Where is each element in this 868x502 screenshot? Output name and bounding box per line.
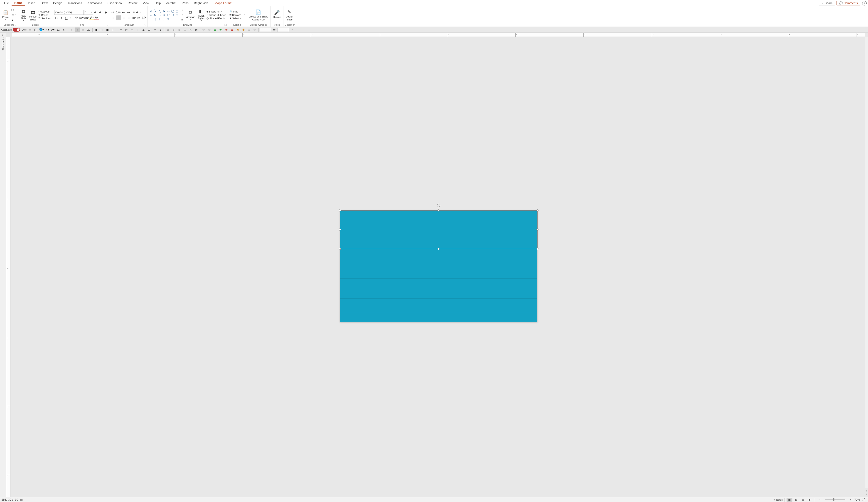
smartart-button[interactable]: ⿴▾ — [142, 16, 146, 20]
shape-connector-icon[interactable]: ↳ — [162, 9, 166, 13]
qat-shape-outline-button[interactable]: ✎▾ — [45, 28, 50, 32]
align-left-button[interactable]: ≡ — [111, 16, 116, 20]
qat-regroup-button[interactable]: ⧉ — [177, 28, 182, 32]
align-text-button[interactable]: ⎚▾ — [137, 16, 141, 20]
qat-more-button[interactable]: ▾ — [290, 28, 294, 32]
reading-view-button[interactable]: ▤ — [800, 498, 806, 502]
expand-thumbnails-button[interactable]: ▸ — [2, 34, 4, 36]
shape-rtriangle-icon[interactable]: ◺ — [153, 13, 157, 17]
font-name-combo[interactable]: Calibri (Body)▾ — [54, 10, 84, 15]
zoom-slider[interactable] — [825, 499, 845, 500]
justify-button[interactable]: ≡ — [127, 16, 131, 20]
sorter-view-button[interactable]: ⊞ — [793, 498, 799, 502]
shape-line-icon[interactable]: ╲ — [153, 9, 157, 13]
underline-button[interactable]: U — [64, 16, 69, 20]
horizontal-ruler[interactable]: 6 5 4 3 2 1 0 1 2 3 4 5 6 — [12, 33, 865, 37]
tab-file[interactable]: File — [1, 0, 12, 6]
arrange-button[interactable]: ⧉ Arrange ▾ — [185, 9, 196, 21]
zoom-level[interactable]: 72% — [854, 498, 860, 501]
shape-triangle-icon[interactable]: △ — [149, 13, 153, 17]
tab-home[interactable]: Home — [12, 0, 25, 6]
tab-insert[interactable]: Insert — [25, 0, 38, 6]
handle-w[interactable] — [339, 229, 341, 231]
qat-font-color-button[interactable]: A▾ — [50, 28, 55, 32]
shape-rbrace-icon[interactable]: } — [162, 17, 166, 21]
slideshow-view-button[interactable]: ▶ — [807, 498, 813, 502]
tab-animations[interactable]: Animations — [85, 0, 105, 6]
handle-n[interactable] — [437, 209, 440, 211]
shape-oval-icon[interactable]: ◯ — [170, 9, 175, 13]
vertical-scrollbar[interactable]: ≙ ≚ — [865, 37, 868, 488]
shape-lparen-icon[interactable]: ( — [153, 17, 157, 21]
qat-star-red-1[interactable]: ★ — [224, 28, 229, 32]
qat-edit-points-button[interactable]: ✎ — [188, 28, 193, 32]
slide[interactable] — [340, 211, 537, 322]
shapes-scroll-down[interactable]: ▾ — [180, 13, 185, 17]
shapes-gallery[interactable]: A ╲ ╲ ↳ ▭ ◯ ▢ △ ◺ ◡ ⇨ ⬠ ⬡ ✚ / ( { — [149, 9, 179, 21]
tab-design[interactable]: Design — [50, 0, 65, 6]
qat-align-obj-center-button[interactable]: ⊢ — [124, 28, 129, 32]
columns-button[interactable]: ▥▾ — [132, 16, 136, 20]
replace-button[interactable]: ⇄Replace▾ — [229, 13, 245, 16]
select-button[interactable]: ⬉Select▾ — [229, 17, 245, 20]
qat-star-orange-2[interactable]: ✸ — [241, 28, 246, 32]
next-slide-button[interactable]: ≚ — [865, 493, 868, 496]
collapse-ribbon-button[interactable]: ˄ — [296, 6, 301, 27]
zoom-out-button[interactable]: − — [817, 498, 823, 502]
change-case-button[interactable]: Aa▾ — [84, 16, 89, 20]
copy-caret-icon[interactable]: ▾ — [16, 14, 16, 16]
tab-draw[interactable]: Draw — [38, 0, 50, 6]
find-button[interactable]: 🔍Find — [229, 10, 245, 13]
shape-effects-button[interactable]: ◎Shape Effects▾ — [207, 17, 227, 20]
design-ideas-button[interactable]: ✎ Design Ideas — [285, 8, 294, 21]
autosave-toggle[interactable]: AutoSave — [1, 28, 20, 32]
clipboard-dialog-launcher[interactable]: ↘ — [14, 24, 16, 26]
shape-pentagon-icon[interactable]: ⬠ — [166, 13, 170, 17]
qat-align-obj-middle-button[interactable]: ⊥ — [141, 28, 146, 32]
qat-height-input[interactable] — [278, 28, 289, 32]
align-center-button[interactable]: ≡ — [116, 16, 121, 20]
shape-line2-icon[interactable]: ╲ — [158, 9, 162, 13]
vertical-ruler[interactable]: 3 2 1 0 1 2 3 — [6, 37, 10, 497]
qat-align-obj-top-button[interactable]: ⊤ — [135, 28, 140, 32]
tab-slideshow[interactable]: Slide Show — [105, 0, 125, 6]
qat-send-back-button[interactable]: ▢ — [111, 28, 116, 32]
bullets-button[interactable]: •≡▾ — [111, 10, 116, 14]
numbering-button[interactable]: 1≡▾ — [116, 10, 121, 14]
qat-align-center-button[interactable]: ≡ — [75, 28, 80, 32]
qat-shape-fill-button[interactable]: 🪣▾ — [39, 28, 44, 32]
qat-width-input[interactable] — [260, 28, 271, 32]
section-button[interactable]: ☰Section▾ — [38, 17, 51, 20]
clear-formatting-button[interactable]: A̷ — [104, 10, 108, 14]
slide-indicator[interactable]: Slide 30 of 30 — [1, 498, 18, 501]
dictate-button[interactable]: 🎤 Dictate ▾ — [272, 9, 282, 21]
shape-hexagon-icon[interactable]: ⬡ — [170, 13, 175, 17]
handle-se[interactable] — [536, 248, 538, 250]
qat-star-outline-2[interactable]: ☆ — [252, 28, 257, 32]
qat-swap-button[interactable]: ⇆ — [272, 28, 277, 32]
drawing-dialog-launcher[interactable]: ↘ — [224, 24, 227, 26]
align-right-button[interactable]: ≡ — [122, 16, 126, 20]
shape-rect-icon[interactable]: ▭ — [166, 9, 170, 13]
shape-textbox-icon[interactable]: A — [149, 9, 153, 13]
create-pdf-button[interactable]: 📄 Create and Share Adobe PDF — [248, 8, 269, 21]
qat-bring-forward-button[interactable]: ▣ — [94, 28, 99, 32]
tab-transitions[interactable]: Transitions — [65, 0, 85, 6]
shape-lbrace-icon[interactable]: { — [158, 17, 162, 21]
shape-plus-icon[interactable]: ✚ — [175, 13, 179, 17]
handle-ne[interactable] — [536, 209, 538, 211]
qat-star-green-2[interactable]: ★ — [218, 28, 223, 32]
handle-sw[interactable] — [339, 248, 341, 250]
char-spacing-button[interactable]: AV▾ — [79, 16, 84, 20]
accessibility-icon[interactable]: ◫ — [20, 498, 23, 501]
line-spacing-button[interactable]: ↕≡▾ — [131, 10, 136, 14]
tab-acrobat[interactable]: Acrobat — [163, 0, 179, 6]
qat-bring-front-button[interactable]: ▣ — [105, 28, 110, 32]
thumbnails-label[interactable]: Thumbnails — [2, 38, 4, 50]
qat-star-outline-1[interactable]: ☆ — [247, 28, 252, 32]
shape-slash-icon[interactable]: / — [149, 17, 153, 21]
handle-e[interactable] — [536, 229, 538, 231]
qat-star-empty-2[interactable]: ☆ — [207, 28, 212, 32]
font-size-combo[interactable]: 18▾ — [84, 10, 93, 15]
qat-flip-h-button[interactable]: ⇄ — [194, 28, 199, 32]
